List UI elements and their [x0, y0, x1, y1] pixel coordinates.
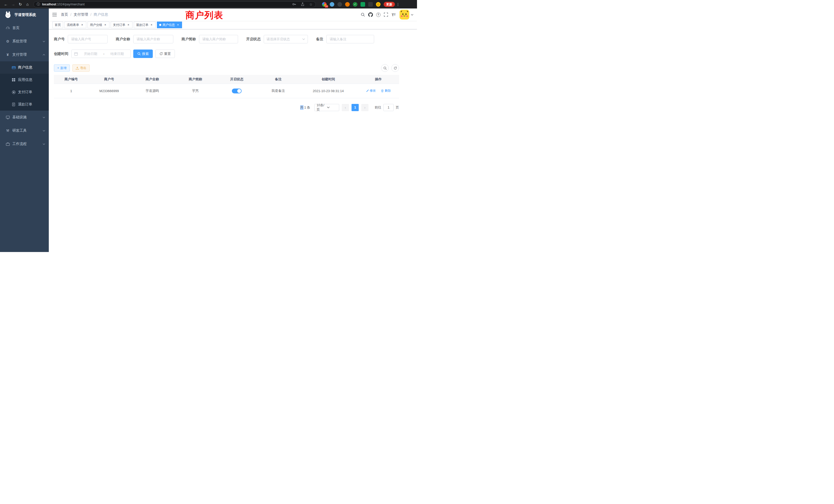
sidebar-item-home[interactable]: 首页: [0, 21, 49, 35]
close-icon[interactable]: ×: [150, 23, 153, 27]
extension-green-square-icon[interactable]: [360, 2, 365, 7]
status-select[interactable]: 请选择开启状态: [264, 35, 308, 43]
active-dot: [159, 24, 161, 26]
search-button[interactable]: 搜索: [133, 49, 153, 58]
sidebar-item-app-info[interactable]: 应用信息: [0, 74, 49, 86]
merchant-full-name-input[interactable]: [133, 35, 173, 43]
font-size-small: T: [394, 13, 396, 16]
sidebar-menu: 首页 ⚙ 系统管理 ¥ 支付管理: [0, 21, 49, 151]
credit-card-icon: [11, 66, 16, 70]
browser-reload-icon[interactable]: ↻: [17, 2, 24, 7]
close-icon[interactable]: ×: [104, 23, 107, 27]
toggle-search-button[interactable]: [381, 64, 389, 72]
close-icon[interactable]: ×: [176, 23, 180, 27]
top-navbar: 首页 / 支付管理 / 商户信息 ?: [49, 8, 417, 21]
edit-link[interactable]: 修改: [366, 89, 376, 93]
breadcrumb-separator: /: [90, 13, 91, 17]
user-avatar[interactable]: [399, 10, 409, 20]
date-start-placeholder: 开始日期: [80, 51, 101, 56]
question-icon: ?: [376, 13, 380, 17]
extension-dark-icon[interactable]: [337, 2, 342, 7]
extension-badge: 10: [325, 5, 328, 8]
browser-forward-icon[interactable]: →: [10, 2, 17, 6]
field-remark: 备注: [316, 35, 374, 43]
remark-input[interactable]: [326, 35, 374, 43]
browser-update-button[interactable]: 更新: [383, 2, 395, 7]
sidebar-item-pay-order[interactable]: 支付订单: [0, 86, 49, 98]
delete-link-label: 删除: [385, 89, 391, 93]
user-menu[interactable]: [399, 10, 413, 20]
tag-user-group[interactable]: 用户分组 ×: [88, 22, 109, 28]
share-icon[interactable]: [301, 2, 305, 6]
url-host: localhost: [42, 3, 56, 6]
page-size-value: 10条/页: [316, 103, 327, 112]
sidebar-item-workflow[interactable]: 工作流程: [0, 137, 49, 151]
tag-home[interactable]: 首页: [52, 22, 63, 28]
merchant-no-input[interactable]: [68, 35, 108, 43]
extension-colorful-icon[interactable]: 10: [322, 2, 327, 7]
document-icon: [11, 102, 16, 106]
tag-merchant-info[interactable]: 商户信息 ×: [157, 22, 182, 28]
sidebar-item-dev-tools[interactable]: ⚒ 研发工具: [0, 124, 49, 137]
date-separator: -: [103, 52, 104, 56]
bookmark-star-icon[interactable]: ☆: [309, 2, 312, 6]
field-label: 商户号: [54, 37, 65, 42]
search-icon[interactable]: [359, 11, 367, 19]
extension-pin-icon[interactable]: [368, 2, 373, 7]
browser-back-icon[interactable]: ←: [3, 2, 9, 6]
date-end-placeholder: 结束日期: [107, 51, 128, 56]
address-bar[interactable]: ⓘ localhost:1024/pay/merchant ☆: [34, 1, 316, 7]
github-icon[interactable]: [367, 11, 374, 19]
close-icon[interactable]: ×: [127, 23, 130, 27]
add-button[interactable]: + 新增: [54, 64, 70, 72]
reset-button-label: 重置: [164, 51, 171, 56]
field-merchant-short-name: 商户简称: [181, 35, 238, 43]
close-icon[interactable]: ×: [80, 23, 84, 27]
prev-page-button[interactable]: ‹: [342, 104, 349, 111]
delete-link[interactable]: 删除: [381, 89, 391, 93]
app-logo[interactable]: 芋道管理系统: [0, 8, 49, 21]
sidebar-item-infrastructure[interactable]: 基础设施: [0, 111, 49, 124]
extension-orange-icon[interactable]: [345, 2, 350, 7]
font-size-icon[interactable]: TT: [390, 11, 397, 19]
page-1-button[interactable]: 1: [352, 104, 359, 111]
help-icon[interactable]: ?: [374, 11, 382, 19]
sidebar-item-system[interactable]: ⚙ 系统管理: [0, 35, 49, 48]
merchant-short-name-input[interactable]: [199, 35, 238, 43]
field-label: 备注: [316, 37, 323, 42]
sidebar-item-payment[interactable]: ¥ 支付管理: [0, 48, 49, 61]
site-info-icon[interactable]: ⓘ: [37, 2, 40, 7]
password-key-icon[interactable]: [292, 2, 296, 6]
extension-blue-icon[interactable]: [330, 2, 334, 7]
next-page-button[interactable]: ›: [361, 104, 369, 111]
extensions-area: 10 ✓ ☺: [322, 2, 380, 7]
page-size-select[interactable]: 10条/页: [314, 104, 339, 111]
extension-green-check-icon[interactable]: ✓: [353, 2, 357, 7]
page-content: 商户号 商户全称 商户简称 开启状态 请选择开启状态: [49, 29, 417, 252]
browser-menu-icon[interactable]: ⋮: [395, 2, 400, 6]
sidebar-item-refund-order[interactable]: 退款订单: [0, 98, 49, 111]
sidebar-item-merchant-info[interactable]: 商户信息: [0, 61, 49, 74]
browser-home-icon[interactable]: ⌂: [24, 2, 31, 6]
export-button[interactable]: 导出: [72, 64, 90, 72]
tag-process-form[interactable]: 流程表单 ×: [64, 22, 86, 28]
refresh-button[interactable]: [391, 64, 399, 72]
sidebar-item-label: 基础设施: [12, 115, 43, 120]
goto-page-input[interactable]: [383, 104, 394, 111]
hamburger-icon[interactable]: [52, 13, 57, 17]
status-toggle[interactable]: [232, 89, 242, 93]
breadcrumb-home[interactable]: 首页: [61, 12, 68, 17]
add-button-label: 新增: [60, 66, 66, 70]
breadcrumb-payment[interactable]: 支付管理: [74, 12, 88, 17]
tag-pay-order[interactable]: 支付订单 ×: [111, 22, 132, 28]
cell-merchant-index: 1: [54, 84, 88, 98]
sidebar-item-label: 退款订单: [18, 102, 32, 107]
reset-button[interactable]: 重置: [155, 49, 175, 58]
field-label: 创建时间: [54, 51, 68, 56]
table-row: 1 M233666999 芋道源码 芋艿 我是备注 2021-10-23 08:…: [54, 84, 399, 98]
sidebar-item-label: 首页: [12, 26, 45, 30]
fullscreen-icon[interactable]: [382, 11, 390, 19]
profile-avatar[interactable]: ☺: [376, 2, 380, 7]
tag-refund-order[interactable]: 退款订单 ×: [134, 22, 156, 28]
date-range-picker[interactable]: 开始日期 - 结束日期: [71, 49, 131, 58]
